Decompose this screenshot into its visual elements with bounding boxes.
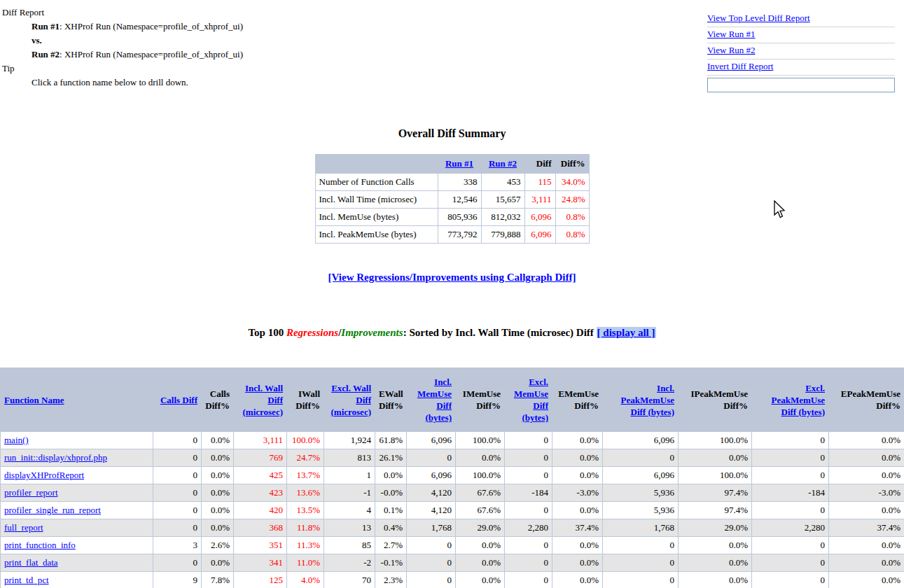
table-cell: 6,096 xyxy=(603,467,679,484)
table-cell: -184 xyxy=(752,484,829,502)
column-header-link[interactable]: Calls Diff xyxy=(153,368,202,432)
function-name-link[interactable]: print_function_info xyxy=(4,540,76,550)
nav-link[interactable]: Invert Diff Report xyxy=(707,61,773,71)
table-cell: run_init::display/xhprof.php xyxy=(1,449,153,467)
function-name-link[interactable]: profiler_single_run_report xyxy=(4,505,101,515)
table-cell: 67.6% xyxy=(456,484,505,502)
report-header: Diff Report Run #1: XHProf Run (Namespac… xyxy=(2,6,243,90)
table-cell: 0 xyxy=(752,572,829,588)
column-header-link[interactable]: Excl. MemUse Diff (bytes) xyxy=(505,368,552,432)
table-cell: 5,936 xyxy=(603,502,679,519)
table-row: full_report00.0%36811.8%130.4%1,76829.0%… xyxy=(1,519,904,537)
column-header-link[interactable]: Incl. PeakMemUse Diff (bytes) xyxy=(603,368,679,432)
sort-column-link[interactable]: Run #2 xyxy=(489,158,517,169)
caption-improvements: Improvements xyxy=(341,327,403,338)
table-cell: 0 xyxy=(505,467,552,484)
table-cell: -0.1% xyxy=(375,554,407,572)
function-name-link[interactable]: profiler_report xyxy=(4,487,58,498)
table-cell: 0.0% xyxy=(456,449,505,467)
report-title: Diff Report xyxy=(2,6,243,20)
table-cell: 0 xyxy=(153,554,202,572)
callgraph-diff-link[interactable]: [View Regressions/Improvements using Cal… xyxy=(328,272,576,283)
table-cell: 70 xyxy=(324,572,375,588)
function-name-link[interactable]: displayXHProfReport xyxy=(4,470,84,480)
table-cell: 0 xyxy=(505,502,552,519)
table-cell: print_td_pct xyxy=(1,572,153,588)
table-cell: 100.0% xyxy=(287,432,324,449)
table-cell: 0.0% xyxy=(829,432,904,449)
table-cell: 0.0% xyxy=(679,537,752,554)
sort-column-link[interactable]: Incl. MemUse Diff (bytes) xyxy=(417,377,452,423)
column-header-link[interactable]: Run #1 xyxy=(438,155,481,174)
table-cell: 6,096 xyxy=(603,432,679,449)
function-name-link[interactable]: print_flat_data xyxy=(4,557,58,568)
table-cell: Incl. Wall Time (microsec) xyxy=(315,191,438,209)
column-header-link[interactable]: Incl. MemUse Diff (bytes) xyxy=(407,368,456,432)
sort-column-link[interactable]: Incl. Wall Diff (microsec) xyxy=(242,383,283,417)
column-header-link[interactable]: Function Name xyxy=(1,368,153,432)
table-cell: 773,792 xyxy=(438,226,481,244)
table-cell: 453 xyxy=(481,174,524,191)
table-cell: 11.8% xyxy=(287,519,324,537)
sort-column-link[interactable]: Function Name xyxy=(4,395,64,405)
table-cell: 0.0% xyxy=(829,467,904,484)
table-cell: 125 xyxy=(234,572,287,588)
table-cell: 0.0% xyxy=(202,519,234,537)
table-cell: -2 xyxy=(324,554,375,572)
function-name-link[interactable]: print_td_pct xyxy=(4,575,49,585)
table-row: run_init::display/xhprof.php00.0%76924.7… xyxy=(1,449,904,467)
sort-column-link[interactable]: Excl. PeakMemUse Diff (bytes) xyxy=(771,383,825,417)
table-cell: 13.7% xyxy=(287,467,324,484)
table-cell: 15,657 xyxy=(481,191,524,209)
column-header-link[interactable]: Run #2 xyxy=(481,155,524,174)
table-cell: 0.0% xyxy=(456,572,505,588)
table-cell: 0.0% xyxy=(829,554,904,572)
display-all-link[interactable]: [ display all ] xyxy=(597,327,655,338)
column-header: IPeakMemUse Diff% xyxy=(679,368,752,432)
table-cell: print_function_info xyxy=(1,537,153,554)
column-header-link[interactable]: Excl. Wall Diff (microsec) xyxy=(324,368,375,432)
nav-link[interactable]: View Run #2 xyxy=(707,45,756,55)
table-cell: 779,888 xyxy=(481,226,524,244)
sort-column-link[interactable]: Excl. MemUse Diff (bytes) xyxy=(514,377,548,423)
table-cell: displayXHProfReport xyxy=(1,467,153,484)
column-header-link[interactable]: Incl. Wall Diff (microsec) xyxy=(234,368,287,432)
table-cell: -3.0% xyxy=(829,484,904,502)
table-cell: 100.0% xyxy=(679,432,752,449)
function-name-link[interactable]: run_init::display/xhprof.php xyxy=(4,452,107,463)
function-name-link[interactable]: full_report xyxy=(4,522,43,533)
table-cell: 0 xyxy=(752,467,829,484)
column-header-link[interactable]: Excl. PeakMemUse Diff (bytes) xyxy=(752,368,829,432)
nav-link[interactable]: View Run #1 xyxy=(707,29,756,39)
sort-column-link[interactable]: Incl. PeakMemUse Diff (bytes) xyxy=(620,383,674,417)
table-cell: 0.1% xyxy=(375,502,407,519)
nav-link-row: View Top Level Diff Report xyxy=(707,11,895,27)
table-cell: 4.0% xyxy=(287,572,324,588)
sort-column-link[interactable]: Excl. Wall Diff (microsec) xyxy=(331,383,371,417)
run1-label: Run #1 xyxy=(32,21,60,31)
table-cell: 115 xyxy=(524,174,555,191)
table-cell: 0.8% xyxy=(555,226,589,244)
table-cell: 0 xyxy=(407,449,456,467)
function-name-link[interactable]: main() xyxy=(4,435,29,445)
table-cell: 6,096 xyxy=(524,226,555,244)
column-header: EMemUse Diff% xyxy=(552,368,603,432)
table-cell: 0 xyxy=(505,572,552,588)
table-cell: 0 xyxy=(153,449,202,467)
table-cell: 0 xyxy=(603,537,679,554)
table-cell: 0.0% xyxy=(679,449,752,467)
table-cell: 37.4% xyxy=(829,519,904,537)
table-cell: 0.8% xyxy=(555,209,589,226)
caption-regressions: Regressions xyxy=(286,327,338,338)
tip-text: Click a function name below to drill dow… xyxy=(32,76,243,90)
table-row: Incl. MemUse (bytes)805,936812,0326,0960… xyxy=(315,209,589,226)
search-input[interactable] xyxy=(707,78,895,92)
table-cell: 0 xyxy=(505,537,552,554)
nav-link[interactable]: View Top Level Diff Report xyxy=(707,13,810,23)
table-cell: 0 xyxy=(505,432,552,449)
sort-column-link[interactable]: Run #1 xyxy=(445,158,473,169)
sort-column-link[interactable]: Calls Diff xyxy=(160,395,197,405)
table-cell: 11.0% xyxy=(287,554,324,572)
function-diff-table: Function NameCalls DiffCalls Diff%Incl. … xyxy=(0,368,904,588)
table-cell: 0.0% xyxy=(202,484,234,502)
